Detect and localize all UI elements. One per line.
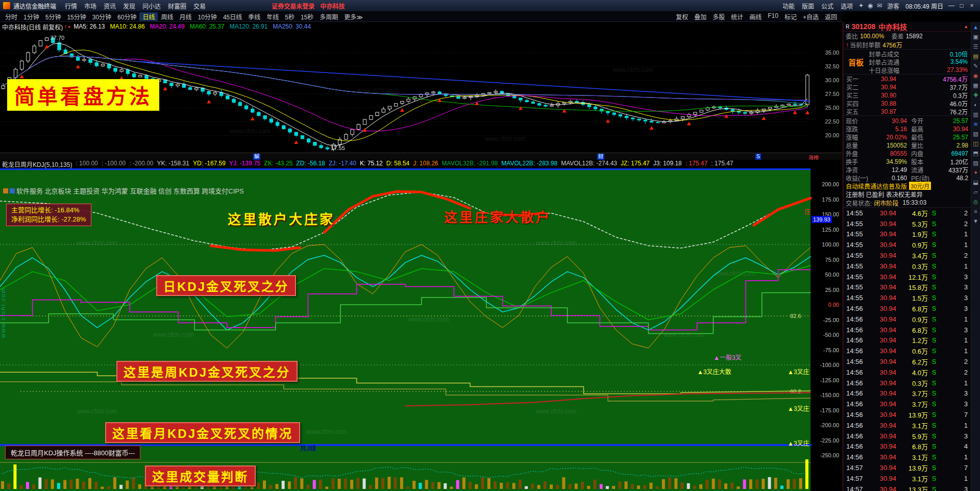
period-tab-日线[interactable]: 日线 [139,12,158,21]
trade-row[interactable]: 14:5730.943.1万S1 [843,473,971,484]
period-tab-更多≫[interactable]: 更多≫ [341,12,366,21]
trade-row[interactable]: 14:5530.941.9万S1 [843,229,971,240]
menu-right-item-3[interactable]: 选项 [837,2,856,10]
side-icon-13[interactable]: ⬒ [972,150,979,157]
renew-notice[interactable]: 自动续费通达信普及版 30元/月 [843,182,971,190]
side-icon-5[interactable]: ◉ [972,72,979,79]
menu-item-2[interactable]: 资讯 [100,2,119,10]
tool-6[interactable]: 标记 [781,12,800,21]
trade-row[interactable]: 14:5630.940.6万S1 [843,346,971,356]
side-icon-20[interactable]: ▼ [972,217,979,225]
side-icon-17[interactable]: ▱ [972,188,979,195]
trade-row[interactable]: 14:5630.943.7万S3 [843,388,971,399]
period-tab-45日线[interactable]: 45日线 [220,12,245,21]
side-icon-12[interactable]: ◫ [972,140,979,147]
period-tab-10分钟[interactable]: 10分钟 [195,12,220,21]
user-menu[interactable]: 游客 [884,2,902,10]
period-tab-分时[interactable]: 分时 [2,12,20,21]
period-tab-周线[interactable]: 周线 [158,12,176,21]
trade-row[interactable]: 14:5530.943.4万S2 [843,250,971,261]
close-button[interactable]: × [967,2,977,9]
spinner-icon[interactable]: ▲ [964,24,968,29]
mail-icon[interactable]: ✉ [875,2,884,9]
trade-row[interactable]: 14:5630.946.8万S4 [843,441,971,452]
side-icon-14[interactable]: ▨ [972,159,979,166]
menu-right-item-1[interactable]: 版面 [798,2,818,10]
trade-row[interactable]: 14:5630.943.1万S1 [843,452,971,462]
trade-row[interactable]: 14:5630.946.8万S3 [843,303,971,314]
menu-item-6[interactable]: 交易 [190,2,209,10]
bid-row-5[interactable]: 买五30.8776.2万 [843,107,971,115]
minimize-button[interactable]: — [946,2,957,9]
menu-right-item-0[interactable]: 功能 [779,2,798,10]
bid-row-2[interactable]: 买二30.9437.7万 [843,83,971,91]
trade-row[interactable]: 14:5630.945.9万S3 [843,431,971,441]
quote-header[interactable]: R 301208 中亦科技 ▲ [843,22,971,32]
bid-row-1[interactable]: 买一30.944756.4万 [843,75,971,83]
trade-row[interactable]: 14:5530.944.6万S2 [843,208,971,218]
trade-row[interactable]: 14:5630.9413.9万S7 [843,409,971,420]
tool-2[interactable]: 多股 [709,12,728,21]
trade-row[interactable]: 14:5530.9412.1万S3 [843,272,971,282]
axis-tag-解[interactable]: 解 [253,154,260,160]
bid-row-3[interactable]: 买三30.900.3万 [843,91,971,99]
side-icon-1[interactable]: ▣ [972,33,979,40]
period-tab-5秒[interactable]: 5秒 [282,12,298,21]
trade-row[interactable]: 14:5630.946.2万S2 [843,356,971,367]
trade-row[interactable]: 14:5630.940.9万S1 [843,314,971,325]
sector-tags[interactable]: 软件服务 北京板块 主题投资 华为鸿蒙 互联金融 信创 东数西算 跨境支付CIP… [3,186,244,195]
side-icon-18[interactable]: ◎ [972,198,979,205]
menu-right-item-2[interactable]: 公式 [818,2,837,10]
trade-row[interactable]: 14:5630.943.1万S1 [843,420,971,431]
announce-icon[interactable]: ◉ [866,2,875,9]
trade-row[interactable]: 14:5630.940.3万S1 [843,378,971,388]
axis-tag-财[interactable]: 财 [597,154,604,160]
side-icon-2[interactable]: ☰ [972,43,979,50]
period-tab-多周期[interactable]: 多周期 [316,12,341,21]
tool-3[interactable]: 统计 [728,12,746,21]
side-icon-0[interactable]: ▲ [972,23,979,31]
side-icon-19[interactable]: ≡ [972,208,979,215]
app-logo-icon[interactable] [3,2,10,9]
tool-8[interactable]: 返回 [822,12,840,21]
tool-0[interactable]: 复权 [673,12,691,21]
tool-7[interactable]: +自选 [800,12,822,21]
trade-row[interactable]: 14:5630.946.8万S3 [843,325,971,335]
side-icon-3[interactable]: ▤ [972,53,979,60]
bid-row-4[interactable]: 买四30.8846.0万 [843,99,971,107]
trade-row[interactable]: 14:5630.944.0万S2 [843,367,971,378]
period-tab-1分钟[interactable]: 1分钟 [20,12,42,21]
trade-row[interactable]: 14:5530.941.5万S3 [843,292,971,303]
side-icon-4[interactable]: ✎ [972,62,979,69]
trade-row[interactable]: 14:5630.941.2万S1 [843,335,971,346]
side-icon-6[interactable]: ▦ [972,82,979,89]
menu-item-5[interactable]: 财富圈 [164,2,190,10]
side-icon-16[interactable]: ⬓ [972,179,979,186]
period-tab-15分钟[interactable]: 15分钟 [64,12,89,21]
tool-5[interactable]: F10 [765,12,781,21]
promo-icon[interactable]: ✦ [856,2,866,9]
trade-row[interactable]: 14:5530.940.3万S1 [843,261,971,272]
trade-row[interactable]: 14:5630.943.7万S3 [843,399,971,409]
period-tab-30分钟[interactable]: 30分钟 [89,12,114,21]
axis-tag-S[interactable]: S [755,154,761,160]
trade-row[interactable]: 14:5530.9415.8万S3 [843,282,971,293]
menu-item-0[interactable]: 行情 [61,2,81,10]
period-tab-60分钟[interactable]: 60分钟 [114,12,139,21]
side-icon-8[interactable]: ◐ [972,101,979,108]
trade-row[interactable]: 14:5530.940.9万S1 [843,239,971,250]
menu-item-3[interactable]: 发现 [119,2,139,10]
period-tab-5分钟[interactable]: 5分钟 [42,12,64,21]
side-icon-10[interactable]: ≋ [972,120,979,128]
tool-4[interactable]: 画线 [746,12,765,21]
trade-row[interactable]: 14:5730.9413.9万S7 [843,462,971,473]
tool-1[interactable]: 叠加 [691,12,709,21]
trade-row[interactable]: 14:5530.945.3万S2 [843,218,971,229]
menu-item-4[interactable]: 问小达 [139,2,164,10]
side-icon-11[interactable]: ▧ [972,130,979,137]
side-icon-9[interactable]: ▥ [972,111,979,118]
menu-item-1[interactable]: 市场 [81,2,100,10]
period-tab-15秒[interactable]: 15秒 [298,12,316,21]
period-tab-季线[interactable]: 季线 [245,12,263,21]
tick-trade-list[interactable]: 14:5530.944.6万S214:5530.945.3万S214:5530.… [843,208,971,491]
